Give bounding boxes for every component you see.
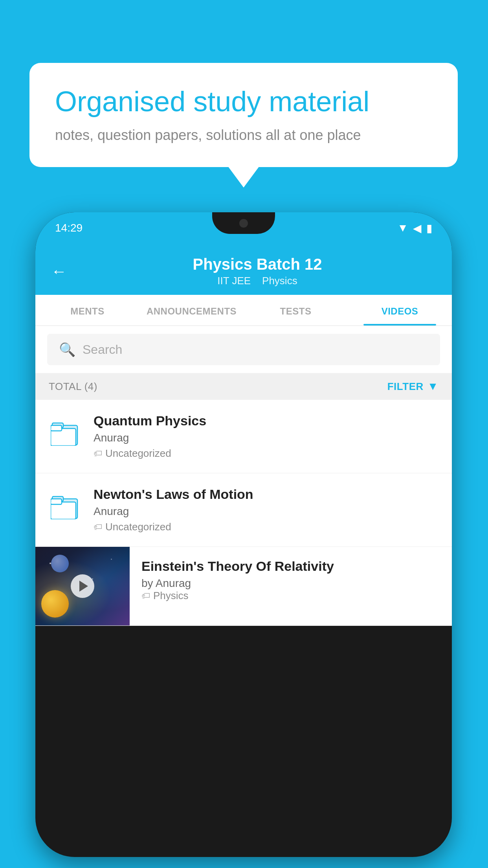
app-header: ← Physics Batch 12 IIT JEE Physics [35,244,452,295]
folder-icon [51,419,79,446]
video-author: Anurag [94,505,440,518]
status-bar: 14:29 ▼ ◀ ▮ [35,212,452,244]
video-item-icon [47,488,83,524]
header-title: Physics Batch 12 [79,256,436,273]
video-title: Einstein's Theory Of Relativity [141,559,440,574]
list-item[interactable]: Einstein's Theory Of Relativity by Anura… [35,547,452,626]
filter-bar: TOTAL (4) FILTER ▼ [35,373,452,400]
header-title-group: Physics Batch 12 IIT JEE Physics [79,256,436,287]
video-item-icon [47,415,83,450]
folder-icon [51,493,79,519]
speech-bubble-card: Organised study material notes, question… [29,63,458,167]
video-tag: 🏷 Uncategorized [94,447,440,460]
back-button[interactable]: ← [51,263,67,280]
video-tag: 🏷 Uncategorized [94,521,440,533]
battery-icon: ▮ [426,222,432,235]
video-title: Newton's Laws of Motion [94,487,440,502]
video-list: Quantum Physics Anurag 🏷 Uncategorized [35,400,452,626]
status-time: 14:29 [55,222,83,234]
search-bar[interactable]: 🔍 Search [47,334,440,365]
video-author: Anurag [94,432,440,444]
video-author: by Anurag [141,577,440,590]
wifi-icon: ▼ [397,222,408,234]
video-title: Quantum Physics [94,413,440,428]
status-icons: ▼ ◀ ▮ [397,222,432,235]
video-tag: 🏷 Physics [141,590,440,602]
play-button[interactable] [71,574,94,598]
header-tag2: Physics [262,275,297,287]
video-item-info: Quantum Physics Anurag 🏷 Uncategorized [94,413,440,460]
video-item-info: Newton's Laws of Motion Anurag 🏷 Uncateg… [94,487,440,533]
tag-icon: 🏷 [141,591,150,601]
speech-bubble-title: Organised study material [55,85,432,118]
play-icon [79,581,88,592]
tab-announcements[interactable]: ANNOUNCEMENTS [139,295,244,326]
video-item-info: Einstein's Theory Of Relativity by Anura… [130,547,452,614]
tab-ments[interactable]: MENTS [35,295,139,326]
tag-icon: 🏷 [94,522,102,532]
header-subtitle: IIT JEE Physics [79,275,436,287]
total-count: TOTAL (4) [49,381,97,393]
list-item[interactable]: Quantum Physics Anurag 🏷 Uncategorized [35,400,452,473]
filter-button[interactable]: FILTER ▼ [387,380,438,393]
tab-tests[interactable]: TESTS [244,295,348,326]
speech-bubble-subtitle: notes, question papers, solutions all at… [55,127,432,143]
list-item[interactable]: Newton's Laws of Motion Anurag 🏷 Uncateg… [35,473,452,547]
tag-icon: 🏷 [94,449,102,459]
tab-bar: MENTS ANNOUNCEMENTS TESTS VIDEOS [35,295,452,326]
search-container: 🔍 Search [35,326,452,373]
video-thumbnail [35,547,130,625]
svg-rect-4 [51,428,61,430]
phone-notch [212,212,275,234]
search-placeholder: Search [83,342,122,357]
svg-rect-9 [51,502,61,504]
phone-frame: 14:29 ▼ ◀ ▮ ← Physics Batch 12 IIT JEE P… [35,212,452,857]
tab-videos[interactable]: VIDEOS [348,295,452,326]
signal-icon: ◀ [413,222,422,235]
header-tag1: IIT JEE [217,275,251,287]
search-icon: 🔍 [59,342,75,357]
filter-icon: ▼ [427,380,438,393]
camera-dot [239,219,248,228]
